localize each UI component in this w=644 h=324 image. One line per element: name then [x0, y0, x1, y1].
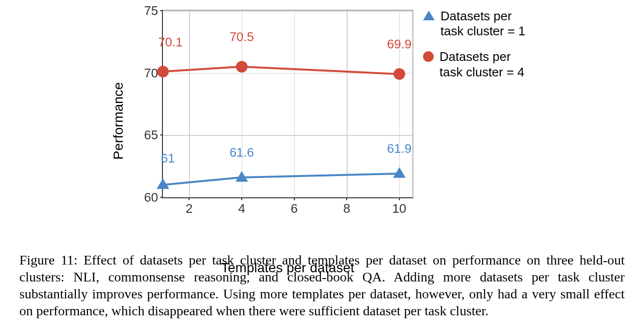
- tickmark: [294, 197, 295, 200]
- legend-label: Datasets per task cluster = 4: [439, 49, 534, 79]
- plot-area: 60 65 70 75 2 4 6 8 10: [162, 10, 413, 198]
- figure-container: Performance 60 65 70 75 2 4: [0, 0, 644, 324]
- data-label: 70.5: [230, 29, 254, 44]
- y-tick-label: 70: [144, 65, 158, 80]
- y-tick-label: 65: [144, 128, 158, 143]
- x-tick-label: 8: [343, 201, 350, 216]
- figure-caption: Figure 11: Effect of datasets per task c…: [19, 251, 625, 319]
- x-tick-label: 6: [291, 201, 297, 216]
- data-point: [394, 68, 405, 80]
- y-tick-label: 75: [144, 3, 158, 18]
- triangle-icon: [423, 11, 435, 20]
- tickmark: [399, 197, 400, 200]
- data-point: [157, 178, 169, 189]
- data-point: [236, 61, 248, 73]
- legend: Datasets per task cluster = 1 Datasets p…: [423, 9, 534, 90]
- tickmark: [346, 197, 347, 200]
- x-tick-label: 2: [186, 201, 192, 216]
- legend-entry: Datasets per task cluster = 1: [423, 9, 534, 39]
- legend-label: Datasets per task cluster = 1: [440, 9, 534, 39]
- series-lines: [163, 11, 412, 197]
- chart-zone: Performance 60 65 70 75 2 4: [123, 5, 529, 237]
- data-point: [235, 171, 248, 182]
- data-point: [393, 167, 406, 178]
- tickmark: [241, 197, 242, 200]
- y-axis-label: Performance: [111, 82, 126, 160]
- legend-entry: Datasets per task cluster = 4: [423, 49, 534, 79]
- tickmark: [189, 197, 190, 200]
- x-tick-label: 4: [238, 201, 245, 216]
- x-tick-label: 10: [392, 201, 406, 216]
- data-label: 61.6: [230, 145, 254, 160]
- data-label: 61.9: [387, 141, 412, 156]
- data-point: [157, 66, 169, 77]
- data-label: 61: [161, 151, 175, 166]
- circle-icon: [423, 51, 434, 62]
- data-label: 70.1: [158, 35, 183, 50]
- y-tick-label: 60: [144, 190, 158, 205]
- data-label: 69.9: [387, 37, 412, 52]
